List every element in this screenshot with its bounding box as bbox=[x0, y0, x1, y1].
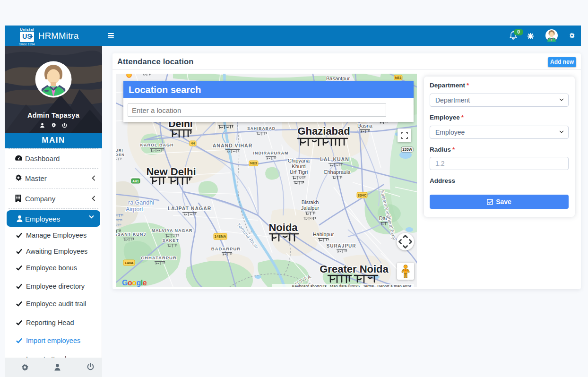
svg-text:148A: 148A bbox=[124, 261, 133, 265]
svg-text:Airport: Airport bbox=[126, 206, 143, 213]
svg-text:URI: URI bbox=[116, 148, 123, 153]
svg-text:Urf Tigri: Urf Tigri bbox=[290, 169, 308, 175]
svg-text:AH1: AH1 bbox=[132, 180, 139, 183]
svg-text:CHHATARPUR: CHHATARPUR bbox=[141, 255, 177, 260]
svg-text:Khurd: Khurd bbox=[292, 163, 305, 169]
svg-text:KAROL BAGH: KAROL BAGH bbox=[140, 143, 174, 147]
svg-text:ANAND VIHAR: ANAND VIHAR bbox=[213, 143, 253, 148]
svg-text:Dasna: Dasna bbox=[357, 123, 373, 129]
svg-text:Ghaziabad: Ghaziabad bbox=[297, 125, 350, 137]
svg-text:MALVIYA NAGAR: MALVIYA NAGAR bbox=[151, 228, 192, 233]
svg-text:Chipyana: Chipyana bbox=[288, 158, 310, 163]
svg-text:SAKET: SAKET bbox=[162, 238, 179, 243]
svg-text:INDIRAPURAM: INDIRAPURAM bbox=[253, 151, 289, 155]
svg-text:BADARPUR: BADARPUR bbox=[211, 246, 241, 251]
svg-text:DEN: DEN bbox=[116, 153, 125, 157]
svg-text:Bisrakh: Bisrakh bbox=[302, 199, 319, 205]
svg-text:NE3: NE3 bbox=[250, 161, 257, 165]
svg-text:LAJPAT NAGAR: LAJPAT NAGAR bbox=[168, 206, 212, 211]
svg-text:ra Gandhi: ra Gandhi bbox=[128, 199, 154, 206]
svg-text:Greater Noida: Greater Noida bbox=[320, 263, 389, 275]
svg-text:Basantpur: Basantpur bbox=[326, 76, 350, 81]
svg-text:334C: 334C bbox=[357, 193, 366, 197]
svg-text:Chhapraula: Chhapraula bbox=[324, 169, 351, 175]
svg-text:SAHIBABAD: SAHIBABAD bbox=[247, 126, 276, 131]
svg-text:148NA: 148NA bbox=[215, 234, 226, 239]
svg-text:SURAJPUR: SURAJPUR bbox=[326, 243, 356, 248]
svg-text:Habibpur: Habibpur bbox=[313, 231, 334, 237]
svg-text:VASANT KUNJ: VASANT KUNJ bbox=[116, 232, 146, 237]
svg-text:LAL KUAN: LAL KUAN bbox=[320, 156, 349, 162]
svg-text:44: 44 bbox=[191, 141, 195, 146]
svg-text:Jalalpur: Jalalpur bbox=[301, 205, 320, 211]
svg-text:New Delhi: New Delhi bbox=[146, 166, 196, 178]
svg-text:Noida: Noida bbox=[268, 222, 298, 233]
svg-text:155W: 155W bbox=[402, 147, 412, 152]
svg-text:NE3: NE3 bbox=[395, 76, 402, 79]
